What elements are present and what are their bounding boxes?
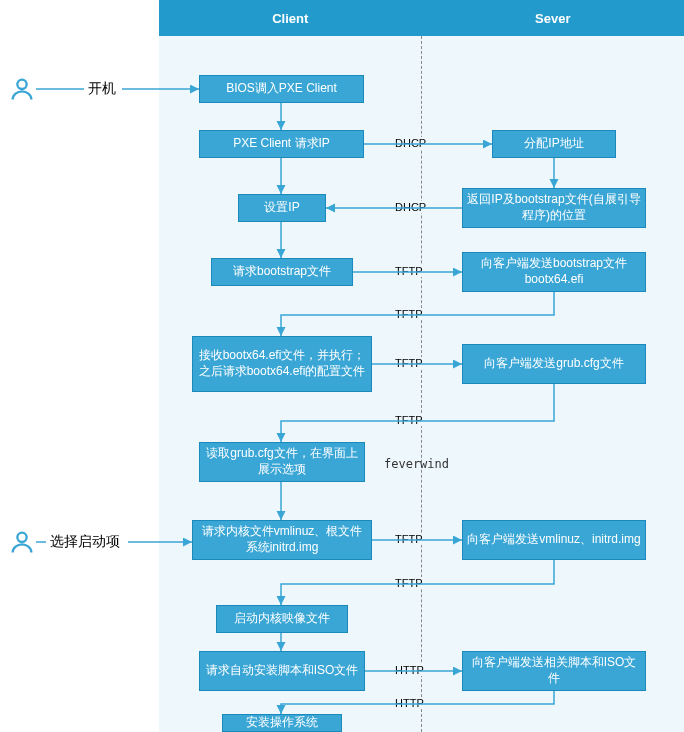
- client-req-iso: 请求自动安装脚本和ISO文件: [199, 651, 365, 691]
- svg-point-1: [17, 533, 26, 542]
- server-send-iso: 向客户端发送相关脚本和ISO文件: [462, 651, 646, 691]
- svg-point-0: [17, 80, 26, 89]
- watermark: feverwind: [384, 457, 449, 471]
- label-select: 选择启动项: [50, 533, 120, 551]
- header-client: Client: [159, 0, 422, 36]
- label-poweron: 开机: [88, 80, 116, 98]
- proto-tftp: TFTP: [393, 533, 425, 545]
- client-read-grubcfg: 读取grub.cfg文件，在界面上展示选项: [199, 442, 365, 482]
- proto-dhcp: DHCP: [393, 137, 428, 149]
- server-send-bootx64: 向客户端发送bootstrap文件bootx64.efi: [462, 252, 646, 292]
- server-assign-ip: 分配IP地址: [492, 130, 616, 158]
- proto-tftp: TFTP: [393, 357, 425, 369]
- header-server: Sever: [422, 0, 685, 36]
- server-return-bootstrap: 返回IP及bootstrap文件(自展引导程序)的位置: [462, 188, 646, 228]
- client-install-os: 安装操作系统: [222, 714, 342, 732]
- diagram-canvas: Client Sever 开机 选择启动项 BIOS调入PXE Client P…: [0, 0, 684, 732]
- server-send-kernel: 向客户端发送vmlinuz、initrd.img: [462, 520, 646, 560]
- proto-tftp: TFTP: [393, 308, 425, 320]
- proto-http: HTTP: [393, 697, 426, 709]
- client-set-ip: 设置IP: [238, 194, 326, 222]
- server-send-grubcfg: 向客户端发送grub.cfg文件: [462, 344, 646, 384]
- proto-tftp: TFTP: [393, 265, 425, 277]
- client-bios: BIOS调入PXE Client: [199, 75, 364, 103]
- proto-http: HTTP: [393, 664, 426, 676]
- user-icon: [8, 75, 36, 103]
- client-recv-bootx64: 接收bootx64.efi文件，并执行；之后请求bootx64.efi的配置文件: [192, 336, 372, 392]
- proto-tftp: TFTP: [393, 414, 425, 426]
- client-req-bootstrap: 请求bootstrap文件: [211, 258, 353, 286]
- proto-tftp: TFTP: [393, 577, 425, 589]
- client-pxe-request-ip: PXE Client 请求IP: [199, 130, 364, 158]
- header-row: Client Sever: [159, 0, 684, 36]
- client-boot-kernel: 启动内核映像文件: [216, 605, 348, 633]
- client-req-kernel: 请求内核文件vmlinuz、根文件系统initrd.img: [192, 520, 372, 560]
- proto-dhcp: DHCP: [393, 201, 428, 213]
- user-icon: [8, 528, 36, 556]
